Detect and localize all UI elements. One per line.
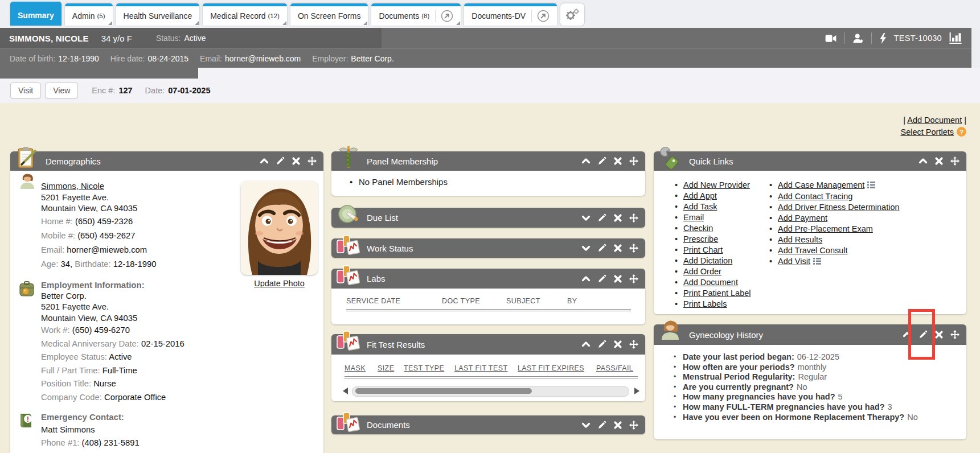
add-case-management-link[interactable]: Add Case Management	[778, 180, 864, 190]
edit-icon[interactable]	[276, 157, 285, 166]
close-icon[interactable]	[613, 421, 622, 430]
add-dictation-link[interactable]: Add Dictation	[683, 256, 732, 265]
patient-name-link[interactable]: Simmons, Nicole	[41, 182, 104, 191]
add-results-link[interactable]: Add Results	[778, 235, 822, 244]
close-icon[interactable]	[613, 340, 622, 349]
move-icon[interactable]	[950, 157, 960, 166]
scroll-right-arrow[interactable]	[634, 388, 639, 394]
tab-settings-button[interactable]	[560, 3, 584, 26]
edit-icon[interactable]	[597, 340, 606, 349]
chart-id: TEST-10030	[894, 34, 942, 43]
move-icon[interactable]	[629, 213, 638, 223]
edit-icon[interactable]	[597, 274, 606, 283]
open-in-new-window-icon[interactable]	[435, 10, 453, 22]
scroll-left-arrow[interactable]	[343, 388, 348, 394]
position-title: Nurse	[93, 379, 116, 388]
move-icon[interactable]	[629, 244, 638, 253]
expand-icon[interactable]	[581, 244, 591, 253]
close-icon[interactable]	[613, 157, 622, 166]
fit-col-last-fit-test[interactable]: LAST FIT TEST	[454, 364, 507, 372]
list-item: Date your last period began:06-12-2025	[673, 352, 918, 363]
print-chart-link[interactable]: Print Chart	[683, 245, 723, 254]
collapse-icon[interactable]	[581, 157, 591, 166]
fit-col-test-type[interactable]: TEST TYPE	[404, 364, 444, 372]
help-icon[interactable]: ?	[957, 127, 966, 140]
add-document-link[interactable]: Add Document	[907, 116, 962, 125]
close-icon[interactable]	[292, 157, 301, 166]
birthdate: 12-18-1990	[113, 260, 157, 269]
fit-col-pass-fail[interactable]: PASS/FAIL	[596, 364, 633, 372]
add-document-link[interactable]: Add Document	[683, 278, 738, 287]
add-task-link[interactable]: Add Task	[683, 202, 717, 211]
move-icon[interactable]	[307, 157, 317, 166]
add-person-icon[interactable]	[852, 34, 864, 43]
move-icon[interactable]	[629, 157, 638, 166]
checkin-link[interactable]: Checkin	[683, 224, 713, 233]
add-new-provider-link[interactable]: Add New Provider	[683, 180, 750, 190]
edit-icon[interactable]	[597, 244, 606, 253]
horizontal-scrollbar[interactable]	[352, 386, 629, 397]
fit-col-last-fit-expires[interactable]: LAST FIT EXPIRES	[518, 364, 584, 372]
labs-col-doc-type: DOC TYPE	[442, 297, 480, 305]
add-visit-link[interactable]: Add Visit	[778, 257, 810, 266]
move-icon[interactable]	[950, 330, 960, 339]
edit-icon[interactable]	[597, 157, 606, 166]
print-patient-label-link[interactable]: Print Patient Label	[683, 289, 751, 298]
select-portlets-link[interactable]: Select Portlets	[901, 127, 954, 137]
expand-icon[interactable]	[581, 421, 591, 430]
print-labels-link[interactable]: Print Labels	[683, 299, 727, 308]
portlet-fit-test-results: Fit Test Results MASK SIZE TEST TYPE LAS…	[331, 334, 645, 401]
meds-chart-icon	[336, 409, 361, 434]
close-icon[interactable]	[613, 213, 622, 223]
open-in-new-window-icon[interactable]	[531, 10, 550, 22]
quick-actions-lightning-icon[interactable]	[879, 33, 887, 44]
email-link[interactable]: Email	[683, 213, 704, 222]
list-icon[interactable]	[867, 180, 875, 191]
fit-col-mask[interactable]: MASK	[345, 364, 366, 372]
tab-summary[interactable]: Summary	[10, 2, 61, 26]
add-contact-tracing-link[interactable]: Add Contact Tracing	[778, 192, 852, 201]
collapse-icon[interactable]	[260, 157, 269, 166]
patient-header: SIMMONS, NICOLE 34 y/o F Status: Active …	[0, 28, 980, 48]
expand-icon[interactable]	[581, 213, 591, 223]
list-icon[interactable]	[813, 257, 821, 267]
visit-button[interactable]: Visit	[10, 83, 41, 98]
list-item: Prescribe	[674, 234, 751, 245]
add-travel-consult-link[interactable]: Add Travel Consult	[778, 246, 848, 255]
move-icon[interactable]	[629, 274, 638, 283]
move-icon[interactable]	[629, 340, 638, 349]
update-photo-link[interactable]: Update Photo	[254, 279, 305, 288]
chart-tab-bar: Summary Admin(5) Health Surveillance Med…	[0, 0, 980, 28]
portlet-title: Labs	[367, 274, 386, 283]
tab-documents-dv[interactable]: Documents-DV	[464, 3, 557, 26]
edit-icon[interactable]	[597, 213, 606, 223]
collapse-icon[interactable]	[919, 157, 928, 166]
prescribe-link[interactable]: Prescribe	[683, 234, 718, 244]
tab-admin[interactable]: Admin(5)	[65, 3, 113, 26]
edit-icon[interactable]	[597, 421, 606, 430]
quick-links-column-2: Add Case Management Add Contact Tracing …	[769, 180, 900, 267]
move-icon[interactable]	[629, 421, 638, 430]
list-item: Are you currently pregnant?No	[673, 382, 918, 393]
tab-documents[interactable]: Documents(8)	[371, 3, 461, 26]
add-pre-placement-exam-link[interactable]: Add Pre-Placement Exam	[778, 224, 873, 233]
close-icon[interactable]	[934, 330, 944, 339]
view-button[interactable]: View	[45, 83, 78, 98]
scrollbar-thumb[interactable]	[355, 388, 532, 394]
close-icon[interactable]	[934, 157, 944, 166]
add-driver-fitness-link[interactable]: Add Driver Fitness Determination	[778, 203, 900, 212]
chart-stats-icon[interactable]	[949, 32, 962, 44]
close-icon[interactable]	[613, 244, 622, 253]
collapse-icon[interactable]	[581, 274, 591, 283]
tab-health-surveillance[interactable]: Health Surveillance	[116, 3, 200, 26]
quick-links-header: Quick Links	[654, 151, 966, 171]
add-order-link[interactable]: Add Order	[683, 267, 721, 276]
collapse-icon[interactable]	[581, 340, 591, 349]
add-appt-link[interactable]: Add Appt	[683, 191, 717, 200]
add-payment-link[interactable]: Add Payment	[778, 213, 827, 223]
fit-col-size[interactable]: SIZE	[378, 364, 394, 372]
tab-medical-record[interactable]: Medical Record(12)	[203, 3, 287, 26]
tab-on-screen-forms[interactable]: On Screen Forms	[290, 3, 368, 26]
video-call-icon[interactable]	[825, 34, 837, 43]
close-icon[interactable]	[613, 274, 622, 283]
